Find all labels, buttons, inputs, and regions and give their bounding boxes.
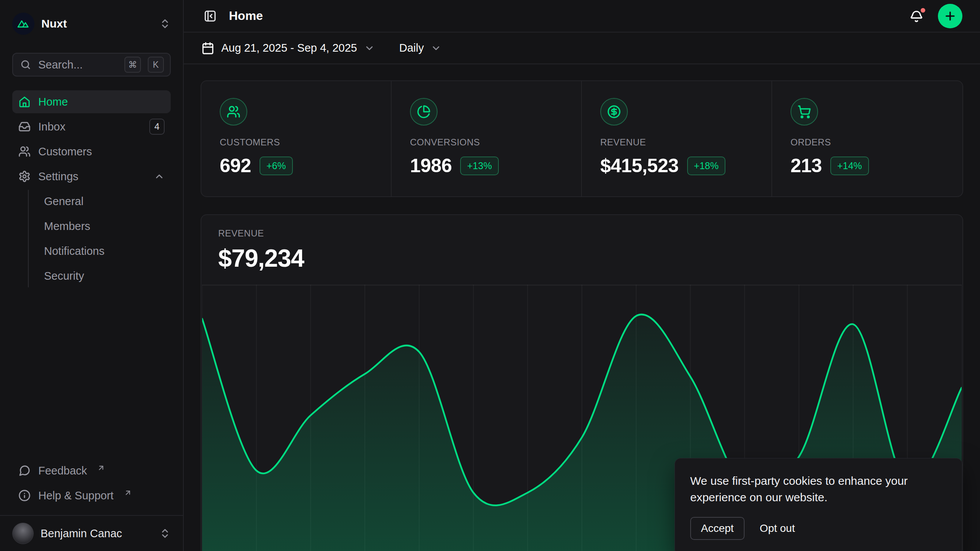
collapse-sidebar-button[interactable] — [201, 7, 219, 25]
cart-icon — [797, 105, 811, 119]
user-name: Benjamin Canac — [41, 527, 152, 540]
page-header: Home — [184, 0, 980, 33]
chart-total: $79,234 — [218, 244, 946, 272]
sidebar-footer: Feedback Help & Support — [0, 459, 183, 515]
calendar-icon — [201, 42, 214, 55]
kbd-cmd: ⌘ — [124, 57, 141, 73]
stat-customers[interactable]: CUSTOMERS 692 +6% — [201, 81, 392, 196]
sidebar-item-label: Feedback — [38, 465, 87, 477]
sidebar-item-label: Home — [38, 96, 68, 108]
sidebar-item-settings[interactable]: Settings — [12, 165, 171, 188]
unread-dot — [920, 7, 926, 14]
inbox-count-badge: 4 — [149, 119, 165, 135]
stat-label: ORDERS — [791, 137, 944, 148]
dollar-circle-icon — [607, 105, 621, 119]
stat-delta-badge: +6% — [260, 156, 293, 175]
external-link-icon — [97, 464, 105, 472]
sidebar-item-label: Security — [44, 270, 84, 282]
sidebar-item-inbox[interactable]: Inbox 4 — [12, 115, 171, 138]
chevron-up-icon — [154, 171, 165, 182]
app-root: Nuxt Search... ⌘ K Home Inbox 4 Cu — [0, 0, 980, 551]
sidebar-item-label: General — [44, 195, 83, 208]
chevrons-up-down-icon — [159, 18, 171, 29]
panel-left-close-icon — [204, 10, 217, 23]
accept-button[interactable]: Accept — [690, 517, 745, 540]
chart-title: REVENUE — [218, 228, 946, 239]
sidebar-item-label: Help & Support — [38, 489, 114, 502]
stat-label: CUSTOMERS — [220, 137, 372, 148]
sidebar-item-customers[interactable]: Customers — [12, 140, 171, 163]
user-menu[interactable]: Benjamin Canac — [0, 515, 183, 551]
stat-value: 692 — [220, 155, 251, 177]
stat-value: 1986 — [410, 155, 452, 177]
opt-out-button[interactable]: Opt out — [760, 522, 795, 535]
settings-subnav: General Members Notifications Security — [28, 190, 171, 287]
chevron-down-icon — [364, 43, 375, 54]
granularity-label: Daily — [399, 42, 424, 54]
inbox-icon — [18, 121, 31, 133]
sidebar-item-home[interactable]: Home — [12, 90, 171, 113]
chevrons-up-down-icon — [159, 528, 171, 539]
search-icon — [20, 59, 31, 70]
sidebar-item-label: Members — [44, 220, 90, 233]
pie-chart-icon — [417, 105, 431, 119]
date-range-picker[interactable]: Aug 21, 2025 - Sep 4, 2025 — [201, 42, 375, 55]
filter-toolbar: Aug 21, 2025 - Sep 4, 2025 Daily — [184, 33, 980, 64]
search-input[interactable]: Search... ⌘ K — [12, 53, 171, 77]
sidebar-item-label: Notifications — [44, 245, 105, 258]
sidebar-item-label: Inbox — [38, 121, 65, 133]
users-icon — [18, 145, 31, 158]
sidebar-nav: Home Inbox 4 Customers Settings General … — [0, 77, 183, 459]
add-button[interactable] — [938, 4, 962, 28]
stat-delta-badge: +14% — [830, 156, 869, 175]
sidebar-item-security[interactable]: Security — [40, 264, 171, 287]
date-range-label: Aug 21, 2025 - Sep 4, 2025 — [221, 42, 357, 54]
kbd-k: K — [148, 57, 164, 73]
sidebar-item-general[interactable]: General — [40, 190, 171, 213]
stat-label: REVENUE — [600, 137, 753, 148]
avatar — [12, 523, 34, 544]
cookie-message: We use first-party cookies to enhance yo… — [690, 473, 935, 505]
search-placeholder: Search... — [38, 59, 118, 71]
sidebar-item-label: Settings — [38, 170, 78, 183]
stat-delta-badge: +13% — [460, 156, 499, 175]
nuxt-logo — [12, 13, 34, 35]
info-circle-icon — [18, 489, 31, 502]
sidebar-item-notifications[interactable]: Notifications — [40, 240, 171, 262]
stat-conversions[interactable]: CONVERSIONS 1986 +13% — [392, 81, 582, 196]
main-panel: Home Aug 21, 2025 - Sep 4, 2025 Daily — [184, 0, 980, 551]
stat-revenue[interactable]: REVENUE $415,523 +18% — [582, 81, 772, 196]
notifications-button[interactable] — [906, 6, 926, 26]
stat-label: CONVERSIONS — [410, 137, 563, 148]
gear-icon — [18, 170, 31, 183]
external-link-icon — [124, 489, 132, 497]
workspace-name: Nuxt — [41, 17, 152, 30]
stat-orders[interactable]: ORDERS 213 +14% — [772, 81, 962, 196]
page-title: Home — [229, 9, 263, 23]
stat-value: 213 — [791, 155, 822, 177]
plus-icon — [944, 10, 957, 23]
granularity-select[interactable]: Daily — [399, 42, 441, 54]
sidebar-item-feedback[interactable]: Feedback — [12, 459, 171, 482]
sidebar-item-label: Customers — [38, 145, 92, 158]
message-bubble-icon — [18, 465, 31, 477]
chevron-down-icon — [431, 43, 441, 54]
sidebar-item-members[interactable]: Members — [40, 215, 171, 238]
workspace-switcher[interactable]: Nuxt — [12, 11, 171, 36]
users-icon — [227, 105, 240, 119]
home-icon — [18, 96, 31, 108]
sidebar: Nuxt Search... ⌘ K Home Inbox 4 Cu — [0, 0, 184, 551]
cookie-banner: We use first-party cookies to enhance yo… — [675, 458, 962, 551]
sidebar-item-help-support[interactable]: Help & Support — [12, 484, 171, 507]
stat-delta-badge: +18% — [687, 156, 726, 175]
stat-value: $415,523 — [600, 155, 679, 177]
stats-row: CUSTOMERS 692 +6% CONVERSIONS 1986 +13% — [201, 80, 963, 197]
